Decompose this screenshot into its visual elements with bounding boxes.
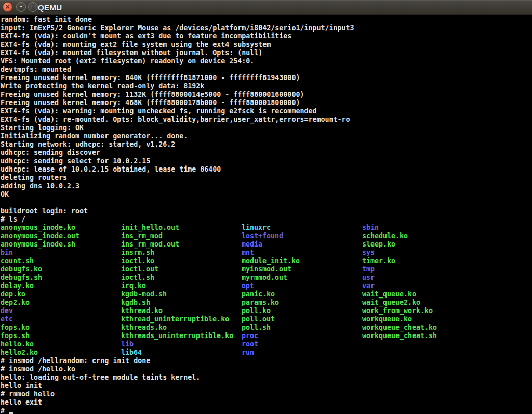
file-name: workqueue_cheat.ko [362, 324, 437, 331]
file-entry: wait_queue.ko [362, 290, 437, 299]
file-name: fops.sh [1, 332, 30, 340]
file-entry: workqueue.ko [362, 315, 437, 324]
file-name: dev [1, 307, 13, 315]
file-entry: etc [1, 315, 79, 324]
file-name: insrm.sh [121, 249, 154, 256]
boot-log-line: VFS: Mounted root (ext2 filesystem) read… [1, 57, 532, 66]
file-name: timer.ko [362, 257, 395, 265]
file-name: wait_queue2.ko [362, 299, 420, 306]
file-entry: kthread.ko [121, 307, 233, 315]
file-name: sys [362, 249, 375, 256]
close-icon: × [3, 3, 12, 11]
file-name: media [242, 240, 262, 248]
file-entry: workqueue_cheat.sh [362, 332, 437, 340]
ls-column: init_hello.outins_rm_modins_rm_mod.outin… [121, 224, 233, 357]
session-line: # rmmod hello [1, 390, 532, 398]
file-name: work_from_work.ko [362, 307, 433, 315]
file-entry: params.ko [242, 299, 300, 307]
boot-log-line: EXT4-fs (vda): re-mounted. Opts: block_v… [1, 115, 532, 124]
file-name: kthreads.ko [121, 324, 167, 331]
file-name: wait_queue.ko [362, 290, 416, 298]
file-entry: sys [362, 249, 437, 257]
file-name: poll.ko [242, 307, 271, 315]
file-name: usr [362, 274, 375, 281]
boot-log-line: deleting routers [1, 174, 532, 182]
boot-log-line: udhcpc: sending discover [1, 149, 532, 157]
file-entry: anonymous_inode.sh [1, 240, 79, 249]
boot-log-line: Freeing unused kernel memory: 840K (ffff… [1, 74, 532, 82]
file-name: dep.ko [1, 290, 25, 298]
session-line: # insmod /hello.ko [1, 365, 532, 373]
boot-log-line: input: ImExPS/2 Generic Explorer Mouse a… [1, 24, 532, 32]
terminal-cursor [9, 412, 13, 414]
boot-log-line: udhcpc: lease of 10.0.2.15 obtained, lea… [1, 165, 532, 174]
file-entry: opt [242, 282, 300, 290]
file-entry: poll.ko [242, 307, 300, 315]
file-name: myrmmod.out [242, 274, 287, 281]
file-name: var [362, 282, 375, 290]
file-name: ioctl.ko [121, 257, 154, 265]
boot-log-line: udhcpc: sending select for 10.0.2.15 [1, 157, 532, 165]
boot-log-line: OK [1, 190, 532, 199]
file-name: fops.ko [1, 324, 30, 331]
file-entry: workqueue_cheat.ko [362, 324, 437, 332]
file-entry: lost+found [242, 232, 300, 240]
file-name: anonymous_inode.ko [1, 224, 75, 231]
file-entry: init_hello.out [121, 224, 233, 232]
file-name: module_init.ko [242, 257, 300, 265]
shell-command-line: # ls / [1, 215, 532, 224]
file-entry: debugfs.sh [1, 274, 79, 282]
file-name: lib [121, 340, 134, 348]
window-titlebar: × – □ QEMU [0, 0, 532, 15]
file-entry: dep2.ko [1, 299, 79, 307]
file-entry: run [242, 348, 300, 357]
file-entry: myinsmod.out [242, 265, 300, 274]
file-name: init_hello.out [121, 224, 179, 231]
file-entry: ioctl.out [121, 265, 233, 274]
session-line: # insmod /hellrandom: crng init done [1, 357, 532, 365]
file-name: params.ko [242, 299, 279, 306]
file-entry: sbin [362, 224, 437, 232]
close-button[interactable]: × [3, 2, 12, 12]
file-name: lib64 [121, 348, 142, 356]
file-entry: irq.ko [121, 282, 233, 290]
file-name: anonymous_inode.sh [1, 240, 75, 248]
minimize-icon: – [17, 3, 25, 11]
file-entry: ins_rm_mod [121, 232, 233, 240]
boot-log-line: EXT4-fs (vda): couldn't mount as ext3 du… [1, 32, 532, 41]
file-entry: kgdb.sh [121, 299, 233, 307]
session-line: hello init [1, 382, 532, 390]
file-entry: myrmmod.out [242, 274, 300, 282]
file-entry: kthreads_uninterruptible.ko [121, 332, 233, 340]
minimize-button[interactable]: – [16, 2, 26, 12]
file-name: kthread_uninterruptible.ko [121, 315, 229, 323]
boot-log-line: adding dns 10.0.2.3 [1, 182, 532, 190]
file-entry: timer.ko [362, 257, 437, 265]
ls-column: anonymous_inode.koanonymous_inode.outano… [1, 224, 79, 357]
terminal-screen[interactable]: random: fast init doneinput: ImExPS/2 Ge… [0, 15, 532, 414]
file-entry: ioctl.ko [121, 257, 233, 265]
boot-log-line: Initializing random number generator... … [1, 132, 532, 140]
file-entry: hello.ko [1, 340, 79, 348]
file-name: linuxrc [242, 224, 271, 231]
file-name: etc [1, 315, 13, 323]
boot-log-line: random: fast init done [1, 16, 532, 24]
file-name: proc [242, 332, 258, 340]
file-entry: count.sh [1, 257, 79, 265]
file-entry: tmp [362, 265, 437, 274]
file-name: debugfs.ko [1, 265, 42, 273]
file-name: dep2.ko [1, 299, 30, 306]
boot-log-line: Freeing unused kernel memory: 1132K (fff… [1, 90, 532, 99]
file-entry: linuxrc [242, 224, 300, 232]
maximize-button[interactable]: □ [28, 2, 38, 12]
maximize-icon: □ [29, 3, 37, 11]
file-entry: poll.out [242, 315, 300, 324]
file-entry: poll.sh [242, 324, 300, 332]
file-entry: kthreads.ko [121, 324, 233, 332]
file-entry: wait_queue2.ko [362, 299, 437, 307]
file-entry: media [242, 240, 300, 249]
file-name: sbin [362, 224, 379, 231]
file-entry: lib64 [121, 348, 233, 357]
file-entry: proc [242, 332, 300, 340]
boot-log-line: Freeing unused kernel memory: 468K (ffff… [1, 99, 532, 107]
